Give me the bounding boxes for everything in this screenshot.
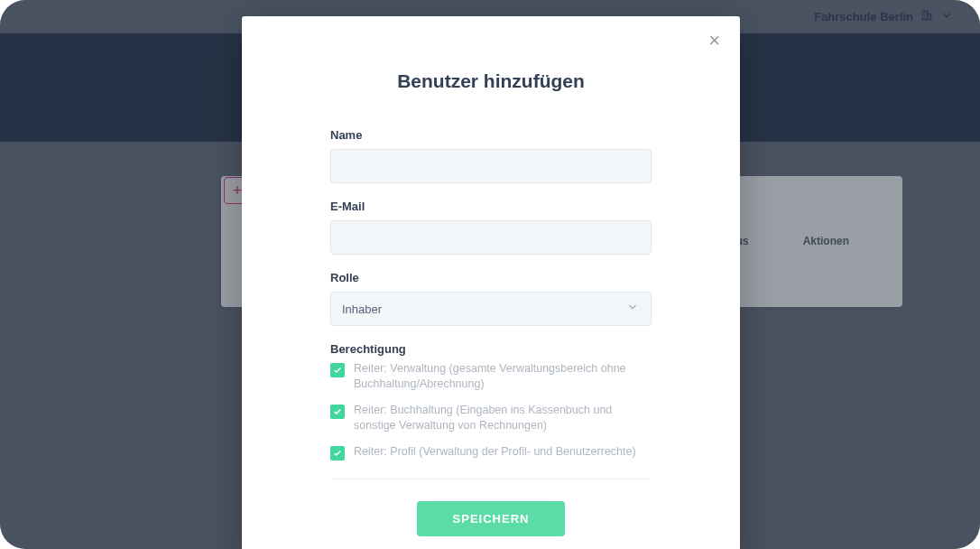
permission-checkbox-1[interactable] <box>330 405 345 419</box>
email-field: E-Mail <box>330 200 652 255</box>
role-selected-value: Inhaber <box>342 302 382 316</box>
role-label: Rolle <box>330 271 652 284</box>
close-icon[interactable]: × <box>708 31 720 51</box>
permission-text-0: Reiter: Verwaltung (gesamte Verwaltungsb… <box>354 361 652 392</box>
permission-checkbox-2[interactable] <box>330 446 345 461</box>
save-button[interactable]: SPEICHERN <box>417 501 566 536</box>
name-input[interactable] <box>330 149 652 183</box>
role-select-wrap: Inhaber <box>330 292 652 326</box>
email-input[interactable] <box>330 220 652 255</box>
name-label: Name <box>330 128 652 142</box>
divider <box>330 479 652 479</box>
modal-title: Benutzer hinzufügen <box>242 70 740 92</box>
role-select[interactable]: Inhaber <box>330 292 652 326</box>
name-field: Name <box>330 128 652 183</box>
permission-text-1: Reiter: Buchhaltung (Eingaben ins Kassen… <box>354 403 652 433</box>
add-user-form: Name E-Mail Rolle Inhaber Berechtig <box>242 128 740 536</box>
permission-row-0: Reiter: Verwaltung (gesamte Verwaltungsb… <box>330 361 652 392</box>
permission-row-2: Reiter: Profil (Verwaltung der Profil- u… <box>330 444 652 461</box>
add-user-modal: × Benutzer hinzufügen Name E-Mail Rolle … <box>242 16 740 549</box>
role-field: Rolle Inhaber <box>330 271 652 326</box>
app-window: Fahrschule Berlin + ...us Aktionen × Ben… <box>0 0 980 549</box>
email-label: E-Mail <box>330 200 652 213</box>
permissions-label: Berechtigung <box>330 342 652 356</box>
permission-checkbox-0[interactable] <box>330 363 345 377</box>
permission-text-2: Reiter: Profil (Verwaltung der Profil- u… <box>354 444 636 460</box>
permission-row-1: Reiter: Buchhaltung (Eingaben ins Kassen… <box>330 403 652 433</box>
